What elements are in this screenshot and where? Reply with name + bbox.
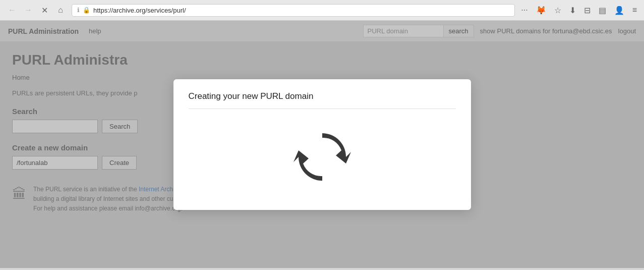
home-button[interactable]: ⌂ [53, 3, 68, 17]
forward-button[interactable]: → [21, 3, 35, 17]
loading-spinner [289, 124, 355, 190]
toolbar-actions: ··· 🦊 ☆ ⬇ ⊟ ▤ 👤 ≡ [519, 5, 639, 16]
address-bar-container: ℹ 🔒 [72, 4, 515, 17]
download-button[interactable]: ⬇ [567, 5, 578, 16]
modal-overlay: Creating your new PURL domain [0, 21, 644, 268]
info-icon: ℹ [77, 7, 80, 14]
close-button[interactable]: ✕ [37, 3, 51, 17]
bookmark-button[interactable]: ☆ [552, 5, 563, 16]
menu-button[interactable]: ≡ [630, 5, 639, 16]
back-button[interactable]: ← [5, 3, 19, 17]
more-button[interactable]: ··· [519, 5, 530, 16]
pocket-button[interactable]: 🦊 [534, 5, 548, 16]
library-button[interactable]: ⊟ [582, 5, 593, 16]
address-bar[interactable] [93, 7, 509, 14]
reader-button[interactable]: ▤ [597, 5, 608, 16]
lock-icon: 🔒 [83, 7, 90, 14]
browser-toolbar: ← → ✕ ⌂ ℹ 🔒 ··· 🦊 ☆ ⬇ ⊟ ▤ 👤 ≡ [0, 0, 644, 20]
modal-body [189, 119, 456, 195]
nav-buttons: ← → ✕ ⌂ [5, 3, 68, 17]
profile-button[interactable]: 👤 [612, 5, 626, 16]
page-wrapper: PURL Administration help search show PUR… [0, 21, 644, 268]
browser-chrome: ← → ✕ ⌂ ℹ 🔒 ··· 🦊 ☆ ⬇ ⊟ ▤ 👤 ≡ [0, 0, 644, 21]
modal-box: Creating your new PURL domain [173, 79, 471, 210]
modal-title: Creating your new PURL domain [189, 91, 456, 109]
